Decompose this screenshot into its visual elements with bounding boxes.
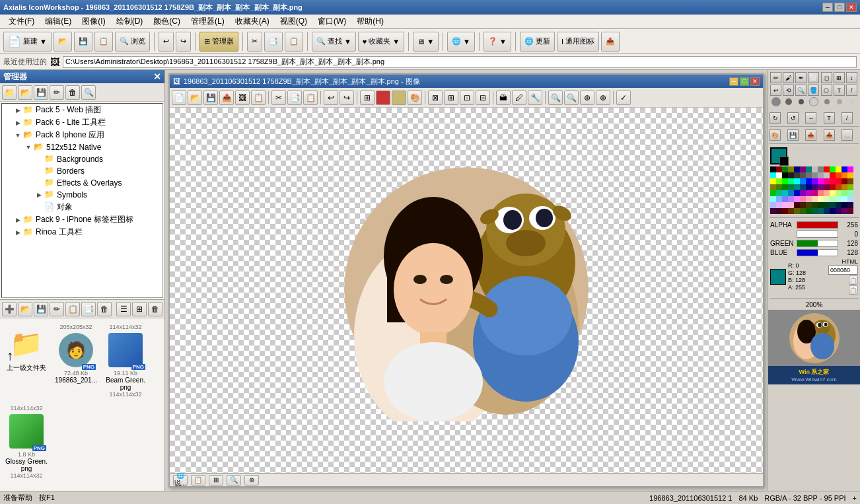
html-value-input[interactable]: [828, 266, 858, 275]
menu-manager[interactable]: 管理器(L): [186, 15, 230, 28]
color-cell[interactable]: [812, 196, 818, 202]
color-cell[interactable]: [794, 190, 800, 196]
slash-tool[interactable]: /: [842, 112, 853, 124]
tree-item-backgrounds[interactable]: 📁 Backgrounds: [2, 153, 162, 165]
line-tool[interactable]: /: [846, 85, 857, 96]
img-color1-button[interactable]: [376, 90, 390, 105]
color-cell[interactable]: [776, 172, 782, 178]
tree-item-effects[interactable]: 📁 Effects & Overlays: [2, 177, 162, 189]
color-cell[interactable]: [788, 166, 794, 172]
color-cell[interactable]: [770, 190, 776, 196]
color-cell[interactable]: [812, 178, 818, 184]
img-copy-button[interactable]: 📑: [287, 90, 302, 105]
zoom-tool[interactable]: 🔍: [795, 85, 806, 96]
list-item[interactable]: 114x114x32 PNG: [3, 487, 50, 491]
color-cell[interactable]: [830, 196, 836, 202]
color-cell[interactable]: [824, 184, 830, 190]
color-cell[interactable]: [847, 166, 853, 172]
color-cell[interactable]: [782, 166, 788, 172]
image-canvas[interactable]: [170, 108, 763, 473]
search-button[interactable]: 🔍 查找 ▼: [312, 32, 356, 52]
color-cell[interactable]: [782, 196, 788, 202]
status-lang-button[interactable]: 🌐 说...: [173, 475, 188, 486]
tree-search-button[interactable]: 🔍: [81, 85, 96, 100]
transform-tool[interactable]: ⟲: [783, 85, 794, 96]
color-cell[interactable]: [824, 208, 830, 214]
rotate-ccw-tool[interactable]: ↺: [787, 112, 799, 124]
status-btn4[interactable]: 🔍: [227, 475, 241, 486]
img-ok-button[interactable]: ✓: [616, 90, 631, 105]
color-cell[interactable]: [794, 208, 800, 214]
color-cell[interactable]: [842, 184, 847, 190]
tree-item-rinoa[interactable]: ▶ 📁 Rinoa 工具栏: [2, 226, 162, 238]
tree-edit-button[interactable]: ✏: [50, 85, 64, 100]
hex-tool[interactable]: ⬡: [821, 85, 832, 96]
color-cell[interactable]: [847, 172, 853, 178]
minimize-button[interactable]: ─: [822, 3, 833, 12]
color-tool1[interactable]: 🎨: [770, 129, 781, 141]
img-btn22[interactable]: 🖊: [512, 90, 526, 105]
color-cell[interactable]: [800, 190, 806, 196]
color-cell[interactable]: [800, 184, 806, 190]
color-cell[interactable]: [830, 190, 836, 196]
menu-edit[interactable]: 编辑(E): [40, 15, 77, 28]
image-minimize-button[interactable]: ─: [729, 77, 738, 86]
color-cell[interactable]: [806, 184, 812, 190]
color-cell[interactable]: [782, 184, 788, 190]
color-cell[interactable]: [800, 208, 806, 214]
menu-favorites[interactable]: 收藏夹(A): [230, 15, 275, 28]
menu-file[interactable]: 文件(F): [3, 15, 40, 28]
tree-item-borders[interactable]: 📁 Borders: [2, 165, 162, 177]
file-tree[interactable]: ▶ 📁 Pack 5 - Web 插图 ▶ 📁 Pack 6 - Lite 工具…: [1, 103, 163, 298]
pen-tool[interactable]: ✒: [795, 72, 806, 83]
color-cell[interactable]: [842, 166, 847, 172]
file-btn7[interactable]: 🗑: [97, 302, 112, 316]
pencil-tool[interactable]: ✏: [770, 72, 781, 83]
color-cell[interactable]: [812, 166, 818, 172]
img-btn23[interactable]: 🔧: [528, 90, 542, 105]
color-cell[interactable]: [818, 196, 824, 202]
flip-h-tool[interactable]: ↔: [805, 112, 816, 124]
image-close-button[interactable]: ✕: [750, 77, 760, 86]
universal-button[interactable]: I 通用图标: [557, 32, 599, 52]
tree-item-object[interactable]: 📄 对象: [2, 201, 162, 213]
img-zoom-in-button[interactable]: 🔍: [548, 90, 563, 105]
menu-colors[interactable]: 颜色(C): [148, 15, 186, 28]
color-cell[interactable]: [824, 172, 830, 178]
redo-button[interactable]: ↪: [176, 32, 191, 52]
main-file-item[interactable]: 205x205x32 🧑 PNG 72.48 Kb 196863_201...: [53, 322, 99, 400]
tree-item-pack6[interactable]: ▶ 📁 Pack 6 - Lite 工具栏: [2, 116, 162, 129]
text-tool[interactable]: T: [834, 85, 845, 96]
color-cell[interactable]: [812, 190, 818, 196]
color-cell[interactable]: [776, 178, 782, 184]
color-cell[interactable]: [818, 190, 824, 196]
maximize-button[interactable]: □: [834, 3, 845, 12]
manager-button[interactable]: ⊞ 管理器: [199, 32, 238, 52]
color-cell[interactable]: [794, 196, 800, 202]
color-cell[interactable]: [836, 184, 842, 190]
color-cell[interactable]: [770, 178, 776, 184]
color-cell[interactable]: [824, 178, 830, 184]
color-cell[interactable]: [788, 208, 794, 214]
rect-tool[interactable]: ⬜: [808, 72, 819, 83]
color-cell[interactable]: [776, 208, 782, 214]
img-btn26[interactable]: ⊕: [580, 90, 594, 105]
color-cell[interactable]: [806, 166, 812, 172]
favorites-button[interactable]: ♥ 收藏夹 ▼: [358, 32, 404, 52]
tree-open-button[interactable]: 📂: [18, 85, 32, 100]
save-button[interactable]: 💾: [74, 32, 92, 52]
img-save-button[interactable]: 💾: [203, 90, 218, 105]
color-cell[interactable]: [770, 196, 776, 202]
color-cell[interactable]: [847, 184, 853, 190]
color-cell[interactable]: [847, 202, 853, 208]
img-open-button[interactable]: 📂: [188, 90, 202, 105]
color-cell[interactable]: [806, 196, 812, 202]
img-btn20[interactable]: ⊟: [476, 90, 490, 105]
color-cell[interactable]: [782, 178, 788, 184]
color-cell[interactable]: [818, 202, 824, 208]
color-cell[interactable]: [776, 202, 782, 208]
open-button[interactable]: 📂: [54, 32, 72, 52]
monitor-button[interactable]: 🖥▼: [413, 32, 439, 52]
html-paste-button[interactable]: 📋: [849, 285, 858, 295]
color-cell[interactable]: [818, 178, 824, 184]
